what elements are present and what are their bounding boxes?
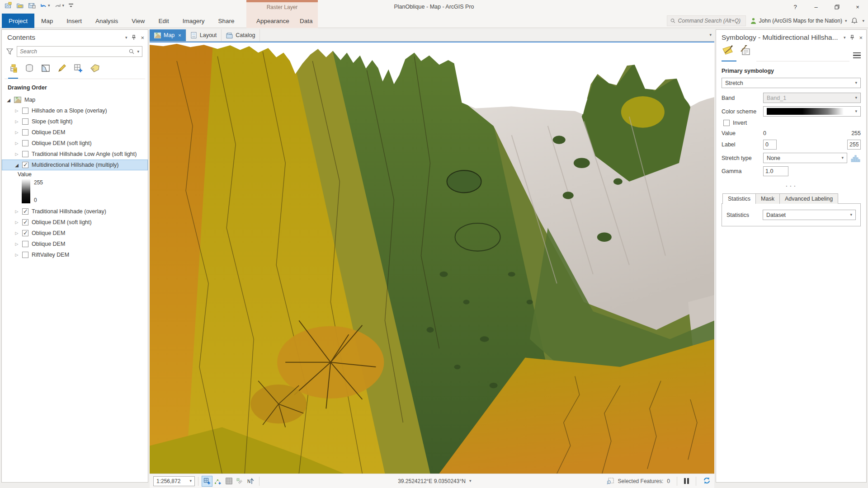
list-by-labeling-icon[interactable]	[90, 63, 100, 79]
panel-options-menu-icon[interactable]	[849, 51, 862, 62]
contents-search[interactable]: ▾	[17, 46, 142, 57]
layer-checkbox[interactable]	[22, 140, 28, 146]
tree-item-layer[interactable]: ▷ Oblique DEM	[2, 239, 148, 249]
tab-mask[interactable]: Mask	[755, 193, 780, 204]
expand-icon[interactable]: ▷	[14, 141, 19, 145]
color-scheme-dropdown[interactable]: ▾	[763, 106, 861, 117]
ribbon-tab-analysis[interactable]: Analysis	[89, 14, 125, 28]
tree-item-layer[interactable]: ▷ RiftValley DEM	[2, 249, 148, 260]
expand-icon[interactable]: ▷	[14, 253, 19, 257]
label-max-input[interactable]	[847, 140, 861, 150]
layer-checkbox[interactable]	[22, 252, 28, 258]
tree-item-map[interactable]: ◢ Map	[2, 94, 148, 105]
layer-checkbox[interactable]	[22, 208, 28, 215]
layer-checkbox[interactable]	[22, 129, 28, 136]
contents-search-input[interactable]	[20, 48, 126, 55]
pin-icon[interactable]	[850, 35, 854, 40]
histogram-icon[interactable]	[851, 154, 861, 162]
tree-item-layer-selected[interactable]: ◢ Multidirectional Hillshade (multiply)	[2, 160, 148, 170]
ribbon-tab-map[interactable]: Map	[34, 14, 60, 28]
layer-checkbox[interactable]	[22, 151, 28, 157]
label-min-input[interactable]	[763, 140, 777, 150]
tree-item-layer[interactable]: ▷ Oblique DEM (soft light)	[2, 217, 148, 228]
tree-item-layer[interactable]: ▷ Traditional Hillshade Low Angle (soft …	[2, 149, 148, 160]
statistics-dropdown[interactable]: Dataset ▾	[763, 210, 856, 220]
tree-item-layer[interactable]: ▷ Slope (soft light)	[2, 116, 148, 127]
tree-item-layer[interactable]: ▷ Traditional Hillshade (overlay)	[2, 206, 148, 217]
ribbon-tab-share[interactable]: Share	[211, 14, 241, 28]
add-grid-button[interactable]	[202, 476, 212, 487]
layer-checkbox[interactable]	[22, 118, 28, 125]
close-button[interactable]: ×	[847, 0, 868, 14]
expand-icon[interactable]: ▷	[14, 119, 19, 124]
ribbon-tab-project[interactable]: Project	[2, 14, 34, 28]
view-tab-layout[interactable]: Layout	[186, 29, 222, 41]
close-tab-icon[interactable]: ×	[178, 33, 181, 38]
list-by-data-source-icon[interactable]	[24, 63, 34, 79]
tree-item-layer[interactable]: ▷ Oblique DEM	[2, 228, 148, 239]
tab-advanced-labeling[interactable]: Advanced Labeling	[779, 193, 838, 204]
scale-combo[interactable]: 1:256,872 ▾	[153, 476, 195, 486]
primary-symbology-icon[interactable]	[722, 45, 736, 61]
list-by-editing-icon[interactable]	[57, 63, 67, 79]
band-dropdown[interactable]: Band_1 ▾	[763, 93, 861, 103]
list-by-snapping-icon[interactable]	[73, 63, 83, 79]
ribbon-tab-edit[interactable]: Edit	[151, 14, 175, 28]
command-search-input[interactable]	[678, 18, 742, 24]
filter-icon[interactable]	[6, 48, 13, 55]
contents-close-icon[interactable]: ×	[141, 34, 144, 41]
tree-item-layer[interactable]: ▷ Hillshade on a Slope (overlay)	[2, 105, 148, 116]
symbology-close-icon[interactable]: ×	[859, 34, 863, 41]
stretch-type-dropdown[interactable]: None ▾	[763, 153, 847, 163]
pause-drawing-button[interactable]	[684, 478, 689, 484]
expand-icon[interactable]: ◢	[14, 163, 19, 168]
expand-icon[interactable]: ▷	[14, 152, 19, 156]
symbology-method-dropdown[interactable]: Stretch ▾	[722, 78, 861, 88]
tab-list-caret-icon[interactable]: ▾	[709, 33, 712, 37]
labeling-properties-icon[interactable]	[739, 45, 754, 61]
pin-icon[interactable]	[132, 35, 136, 40]
gamma-input[interactable]	[763, 166, 788, 176]
coordinate-readout[interactable]: 39.2524212°E 9.0350243°N ▾	[263, 478, 607, 484]
expand-icon[interactable]: ▷	[14, 231, 19, 235]
ribbon-tab-insert[interactable]: Insert	[60, 14, 89, 28]
symbology-menu-caret-icon[interactable]: ▾	[844, 36, 846, 40]
list-by-drawing-order-icon[interactable]	[8, 63, 18, 79]
expand-icon[interactable]: ▷	[14, 242, 19, 246]
restore-button[interactable]	[826, 0, 847, 14]
snap-to-grid-button[interactable]	[234, 476, 245, 487]
layer-checkbox[interactable]	[22, 162, 28, 168]
grid-button[interactable]	[223, 476, 234, 487]
layer-checkbox[interactable]	[22, 241, 28, 247]
layer-checkbox[interactable]	[22, 108, 28, 114]
command-search[interactable]	[667, 15, 746, 26]
view-tab-catalog[interactable]: Catalog	[222, 29, 260, 41]
expand-icon[interactable]: ▷	[14, 209, 19, 214]
ribbon-tab-imagery[interactable]: Imagery	[176, 14, 212, 28]
tree-item-layer[interactable]: ▷ Oblique DEM	[2, 127, 148, 138]
expand-icon[interactable]: ▷	[14, 108, 19, 113]
invert-checkbox[interactable]	[723, 120, 730, 126]
view-tab-map[interactable]: Map ×	[150, 29, 186, 41]
help-button[interactable]: ?	[785, 0, 806, 14]
tree-item-layer[interactable]: ▷ Oblique DEM (soft light)	[2, 138, 148, 149]
search-options-caret-icon[interactable]: ▾	[137, 50, 139, 54]
expand-icon[interactable]: ▷	[14, 130, 19, 135]
layer-checkbox[interactable]	[22, 219, 28, 225]
tab-statistics[interactable]: Statistics	[722, 193, 756, 204]
layer-checkbox[interactable]	[22, 230, 28, 236]
refresh-button[interactable]	[703, 477, 711, 486]
ribbon-tab-appearance[interactable]: Appearance	[250, 14, 296, 28]
minimize-button[interactable]: –	[806, 0, 826, 14]
ribbon-collapse-icon[interactable]: ▾	[862, 19, 864, 23]
contents-menu-caret-icon[interactable]: ▾	[125, 36, 127, 40]
ribbon-tab-data[interactable]: Data	[293, 14, 320, 28]
edit-vertices-button[interactable]	[212, 476, 223, 487]
panel-splitter-handle[interactable]: • • •	[722, 179, 861, 193]
notifications-button[interactable]	[851, 17, 858, 25]
map-canvas[interactable]	[150, 42, 714, 474]
list-by-selection-icon[interactable]	[41, 63, 51, 79]
expand-icon[interactable]: ◢	[6, 98, 11, 103]
user-menu[interactable]: John (ArcGIS Maps for the Nation) ▾	[750, 18, 847, 24]
ribbon-tab-view[interactable]: View	[125, 14, 151, 28]
